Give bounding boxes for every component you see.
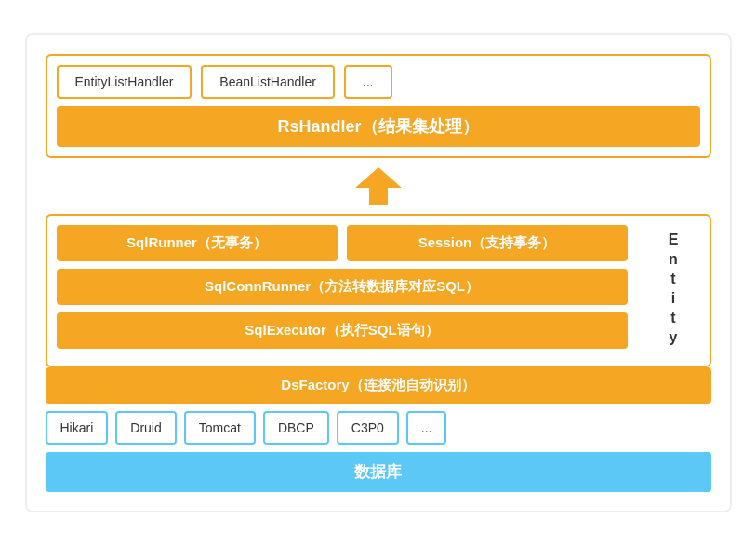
- ds-factory-block: DsFactory（连接池自动识别）: [46, 367, 711, 404]
- entity-list-handler-box: EntityListHandler: [57, 65, 192, 99]
- sql-runner-block: SqlRunner（无事务）: [57, 225, 338, 261]
- bean-list-handler-box: BeanListHandler: [201, 65, 335, 99]
- sql-conn-runner-block: SqlConnRunner（方法转数据库对应SQL）: [57, 269, 628, 305]
- hikari-item: Hikari: [46, 411, 109, 445]
- rs-handler-items-row: EntityListHandler BeanListHandler ...: [57, 65, 700, 99]
- tomcat-item: Tomcat: [184, 411, 256, 445]
- database-block: 数据库: [46, 452, 711, 492]
- diagram-container: EntityListHandler BeanListHandler ... Rs…: [25, 33, 732, 512]
- pool-section: DsFactory（连接池自动识别） Hikari Druid Tomcat D…: [46, 367, 711, 492]
- session-block: Session（支持事务）: [347, 225, 628, 261]
- middle-section: SqlRunner（无事务） Session（支持事务） SqlConnRunn…: [46, 214, 711, 367]
- druid-item: Druid: [115, 411, 176, 445]
- svg-marker-0: [355, 167, 402, 205]
- rs-handler-dots: ...: [344, 65, 392, 99]
- entity-label: Entity: [637, 214, 711, 367]
- c3p0-item: C3P0: [337, 411, 399, 445]
- middle-left-panel: SqlRunner（无事务） Session（支持事务） SqlConnRunn…: [46, 214, 637, 367]
- sql-executor-block: SqlExecutor（执行SQL语句）: [57, 312, 628, 349]
- sql-runner-session-row: SqlRunner（无事务） Session（支持事务）: [57, 225, 628, 261]
- up-arrow-icon: [355, 167, 402, 205]
- rs-handler-section: EntityListHandler BeanListHandler ... Rs…: [46, 54, 711, 158]
- arrow-up: [46, 167, 711, 205]
- pool-items-row: Hikari Druid Tomcat DBCP C3P0 ...: [46, 411, 711, 445]
- rs-handler-main-block: RsHandler（结果集处理）: [57, 106, 700, 147]
- pool-dots-item: ...: [406, 411, 447, 445]
- dbcp-item: DBCP: [263, 411, 329, 445]
